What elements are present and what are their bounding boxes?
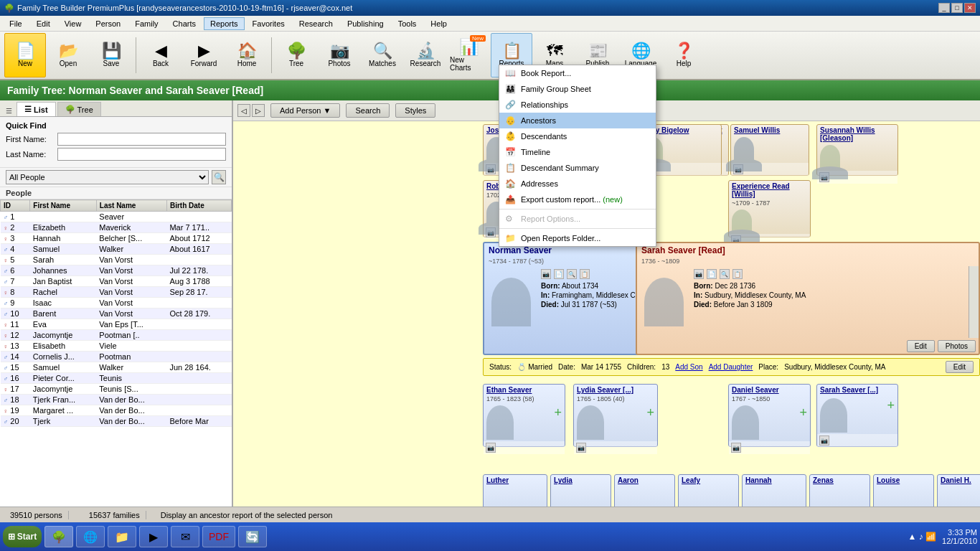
sarah-scrollbar[interactable] xyxy=(969,266,979,338)
taskbar-mail-app[interactable]: ✉ xyxy=(171,526,199,547)
susannah-willis-card[interactable]: Susannah Willis [Gleason] 📷 xyxy=(816,124,898,176)
toolbar-save-button[interactable]: 💾 Save xyxy=(90,33,132,77)
ethan-name[interactable]: Ethan Seaver xyxy=(484,385,565,395)
taskbar-sync-app[interactable]: 🔄 xyxy=(238,526,267,547)
table-row[interactable]: ♂ 20 Tjerk Van der Bo... Before Mar xyxy=(1,416,232,427)
sarah-mini-1[interactable]: 📷 xyxy=(694,269,704,279)
table-row[interactable]: ♂ 18 Tjerk Fran... Van der Bo... xyxy=(1,395,232,405)
menu-file[interactable]: File xyxy=(3,17,29,30)
lydia-seaver-card[interactable]: Lydia Seaver [...] 1765 - 1805 (40) + 📷 xyxy=(573,384,658,447)
sarah-mini-3[interactable]: 🔍 xyxy=(720,269,730,279)
menu-help[interactable]: Help xyxy=(424,17,453,30)
table-row[interactable]: ♀ 13 Elisabeth Viele xyxy=(1,341,232,352)
add-daughter-link[interactable]: Add Daughter xyxy=(709,363,753,371)
hannah-name[interactable]: Hannah xyxy=(743,475,806,486)
aaron-name[interactable]: Aaron xyxy=(615,475,674,486)
taskbar-ftb-app[interactable]: 🌳 xyxy=(44,526,73,547)
table-row[interactable]: ♀ 8 Rachel Van Vorst Sep 28 17. xyxy=(1,287,232,298)
norman-mini-2[interactable]: 📄 xyxy=(554,269,564,279)
dropdown-addresses[interactable]: 🏠 Addresses xyxy=(499,176,656,192)
people-select[interactable]: All People Living People Deceased People xyxy=(6,170,209,184)
add-son-link[interactable]: Add Son xyxy=(675,363,702,371)
leafy-name[interactable]: Leafy xyxy=(679,475,738,486)
menu-tools[interactable]: Tools xyxy=(392,17,423,30)
table-row[interactable]: ♂ 1 Seaver xyxy=(1,212,232,222)
luther-name[interactable]: Luther xyxy=(484,475,547,486)
menu-family[interactable]: Family xyxy=(128,17,164,30)
norman-mini-1[interactable]: 📷 xyxy=(541,269,551,279)
taskbar-ie-app[interactable]: 🌐 xyxy=(76,526,105,547)
toolbar-help-button[interactable]: ❓ Help xyxy=(663,33,705,77)
maximize-button[interactable]: □ xyxy=(951,3,963,13)
norman-mini-4[interactable]: 📋 xyxy=(580,269,590,279)
susannah-willis-name[interactable]: Susannah Willis [Gleason] xyxy=(817,125,897,143)
daniel-h-name[interactable]: Daniel H. xyxy=(938,475,980,486)
styles-button[interactable]: Styles xyxy=(395,103,435,118)
daniel-mini-1[interactable]: 📷 xyxy=(731,443,741,453)
toolbar-open-button[interactable]: 📂 Open xyxy=(47,33,89,77)
table-row[interactable]: ♀ 2 Elizabeth Maverick Mar 7 171.. xyxy=(1,222,232,233)
marriage-edit-button[interactable]: Edit xyxy=(946,361,974,373)
samuel-willis-name[interactable]: Samuel Willis xyxy=(731,125,809,136)
toolbar-tree-button[interactable]: 🌳 Tree xyxy=(275,33,317,77)
samuel-willis-card[interactable]: Samuel Willis 📷 xyxy=(730,124,809,176)
daniel-name[interactable]: Daniel Seaver xyxy=(729,385,810,395)
search-button[interactable]: Search xyxy=(346,103,390,118)
menu-favorites[interactable]: Favorites xyxy=(246,17,291,30)
lydia-name[interactable]: Lydia Seaver [...] xyxy=(574,385,657,395)
experience-name[interactable]: Experience Read [Willis] xyxy=(729,181,810,199)
taskbar-pdf-app[interactable]: PDF xyxy=(202,526,235,547)
table-row[interactable]: ♂ 9 Isaac Van Vorst xyxy=(1,298,232,309)
nav-icon-right[interactable]: ▷ xyxy=(252,104,265,117)
first-name-input[interactable] xyxy=(57,133,226,146)
lydia2-name[interactable]: Lydia xyxy=(551,475,611,486)
zenas-name[interactable]: Zenas xyxy=(810,475,870,486)
tab-tree[interactable]: 🌳 Tree xyxy=(57,102,101,116)
table-row[interactable]: ♀ 19 Margaret ... Van der Bo... xyxy=(1,405,232,416)
table-row[interactable]: ♂ 10 Barent Van Vorst Oct 28 179. xyxy=(1,309,232,319)
lydia-mini-1[interactable]: 📷 xyxy=(576,443,586,453)
menu-view[interactable]: View xyxy=(58,17,88,30)
sarah-child-card[interactable]: Sarah Seaver [...] + 📷 xyxy=(816,384,898,447)
toolbar-back-button[interactable]: ◀ Back xyxy=(140,33,182,77)
norman-mini-3[interactable]: 🔍 xyxy=(567,269,577,279)
table-row[interactable]: ♀ 12 Jacomyntje Pootman [.. xyxy=(1,330,232,341)
dropdown-open-folder[interactable]: 📁 Open Reports Folder... xyxy=(499,230,656,246)
sarah-child-mini-1[interactable]: 📷 xyxy=(819,435,829,446)
dropdown-timeline[interactable]: 📅 Timeline xyxy=(499,144,656,160)
table-row[interactable]: ♀ 11 Eva Van Eps [T... xyxy=(1,319,232,330)
dropdown-ancestors[interactable]: 👴 Ancestors xyxy=(499,121,656,128)
last-name-input[interactable] xyxy=(57,148,226,161)
table-row[interactable]: ♂ 7 Jan Baptist Van Vorst Aug 3 1788 xyxy=(1,276,232,287)
dropdown-descendant-summary[interactable]: 📋 Descendant Summary xyxy=(499,160,656,176)
dropdown-export-custom[interactable]: 📤 Export custom report... (new) xyxy=(499,192,656,207)
menu-charts[interactable]: Charts xyxy=(166,17,202,30)
close-button[interactable]: ✕ xyxy=(964,3,976,13)
table-row[interactable]: ♀ 3 Hannah Belcher [S... About 1712 xyxy=(1,233,232,244)
add-person-button[interactable]: Add Person ▼ xyxy=(270,103,340,118)
sarah-child-add-icon[interactable]: + xyxy=(887,398,895,433)
sarah-mini-4[interactable]: 📋 xyxy=(732,269,743,279)
toolbar-forward-button[interactable]: ▶ Forward xyxy=(183,33,225,77)
sarah-edit-button[interactable]: Edit xyxy=(907,340,935,352)
tab-list[interactable]: ☰ List xyxy=(17,102,56,116)
people-search-button[interactable]: 🔍 xyxy=(212,170,226,184)
menu-edit[interactable]: Edit xyxy=(30,17,57,30)
ethan-add-icon[interactable]: + xyxy=(554,405,562,440)
lydia-add-icon[interactable]: + xyxy=(646,405,654,440)
title-bar-controls[interactable]: _ □ ✕ xyxy=(938,3,976,13)
start-button[interactable]: ⊞ Start xyxy=(3,526,42,547)
ethan-mini-1[interactable]: 📷 xyxy=(486,443,496,453)
menu-publishing[interactable]: Publishing xyxy=(341,17,390,30)
taskbar-explorer-app[interactable]: 📁 xyxy=(108,526,136,547)
toolbar-home-button[interactable]: 🏠 Home xyxy=(226,33,268,77)
minimize-button[interactable]: _ xyxy=(938,3,950,13)
experience-read-card[interactable]: Experience Read [Willis] ~1709 - 1787 📷 xyxy=(728,180,811,237)
table-row[interactable]: ♂ 14 Cornelis J... Pootman xyxy=(1,352,232,362)
louise-name[interactable]: Louise xyxy=(874,475,933,486)
menu-reports[interactable]: Reports xyxy=(204,17,245,30)
sarah-photos-button[interactable]: Photos xyxy=(938,340,976,352)
people-table-container[interactable]: ID First Name Last Name Birth Date ♂ 1 S… xyxy=(0,199,232,531)
ethan-seaver-card[interactable]: Ethan Seaver 1765 - 1823 (58) + 📷 xyxy=(483,384,565,447)
menu-research[interactable]: Research xyxy=(293,17,339,30)
